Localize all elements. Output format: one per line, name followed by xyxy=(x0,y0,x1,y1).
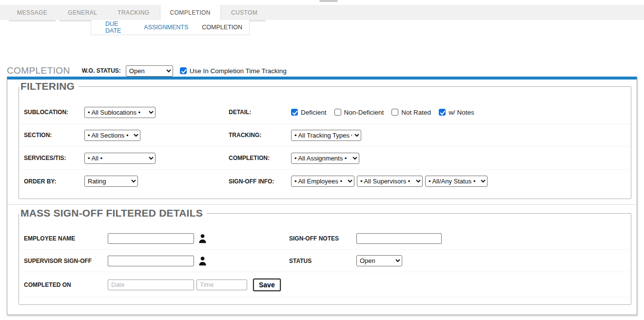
services-label: SERVICES/TIS: xyxy=(24,155,84,161)
filter-row-orderby: ORDER BY: Rating SIGN-OFF INFO: • All Em… xyxy=(20,170,630,193)
mass-signoff-section: MASS SIGN-OFF FILTERED DETAILS EMPLOYEE … xyxy=(19,207,631,305)
employee-name-label: EMPLOYEE NAME xyxy=(24,235,108,242)
detail-w-notes-label: w/ Notes xyxy=(449,109,474,116)
section-label: SECTION: xyxy=(24,132,84,139)
tab-message[interactable]: MESSAGE xyxy=(7,5,58,20)
tab-label: COMPLETION xyxy=(170,9,211,16)
person-icon xyxy=(198,234,207,243)
signoff-notes-input[interactable] xyxy=(356,233,442,244)
tab-label: GENERAL xyxy=(68,9,97,16)
accent-bar xyxy=(7,77,637,80)
completed-time-input[interactable] xyxy=(196,280,247,290)
tracking-select[interactable]: • All Tracking Types • xyxy=(291,130,361,141)
detail-deficient-checkbox[interactable] xyxy=(291,109,298,116)
detail-non-deficient-checkbox[interactable] xyxy=(334,109,341,116)
completion-assignments-select[interactable]: • All Assignments • xyxy=(291,153,359,164)
save-button[interactable]: Save xyxy=(253,279,281,291)
use-in-tracking-label: Use In Completion Time Tracking xyxy=(190,67,287,75)
person-icon xyxy=(198,256,207,266)
mass-signoff-legend: MASS SIGN-OFF FILTERED DETAILS xyxy=(19,207,207,219)
completion-panel: FILTERING SUBLOCATION: • All Sublocation… xyxy=(7,77,637,315)
detail-label: DETAIL: xyxy=(229,109,291,116)
top-strip xyxy=(0,0,644,5)
filter-row-sublocation: SUBLOCATION: • All Sublocations • DETAIL… xyxy=(20,101,630,124)
subtab-completion[interactable]: COMPLETION xyxy=(195,24,249,31)
tab-label: CUSTOM xyxy=(231,9,257,16)
supervisor-signoff-input[interactable] xyxy=(108,256,194,266)
main-tab-bar: MESSAGE GENERAL TRACKING COMPLETION CUST… xyxy=(0,5,644,20)
tab-completion[interactable]: COMPLETION xyxy=(160,5,221,20)
subtab-label: COMPLETION xyxy=(202,24,242,31)
sublocation-select[interactable]: • All Sublocations • xyxy=(84,107,156,118)
services-select[interactable]: • All • xyxy=(84,153,156,164)
signoff-status-select[interactable]: • All/Any Status • xyxy=(425,176,488,187)
mass-row-completed-on: COMPLETED ON Save xyxy=(20,272,630,298)
filter-row-section: SECTION: • All Sections • TRACKING: • Al… xyxy=(20,124,630,147)
supervisor-signoff-label: SUPERVISOR SIGN-OFF xyxy=(24,258,108,264)
subtab-assignments[interactable]: ASSIGNMENTS xyxy=(137,24,195,31)
detail-non-deficient-label: Non-Deficient xyxy=(344,109,384,116)
detail-not-rated-label: Not Rated xyxy=(401,109,431,116)
sublocation-label: SUBLOCATION: xyxy=(24,109,84,116)
subtab-label: DUE DATE xyxy=(105,20,121,34)
tracking-label: TRACKING: xyxy=(229,132,291,139)
tab-label: MESSAGE xyxy=(17,9,47,16)
subtab-label: ASSIGNMENTS xyxy=(144,24,188,31)
section-select[interactable]: • All Sections • xyxy=(84,130,140,141)
signoff-info-label: SIGN-OFF INFO: xyxy=(229,178,291,185)
orderby-label: ORDER BY: xyxy=(24,178,84,185)
detail-deficient-label: Deficient xyxy=(301,109,327,116)
use-in-tracking-checkbox[interactable] xyxy=(180,67,187,74)
section-divider xyxy=(8,204,636,205)
filter-row-services: SERVICES/TIS: • All • COMPLETION: • All … xyxy=(20,147,630,170)
sub-tab-bar: DUE DATE ASSIGNMENTS COMPLETION xyxy=(91,20,250,35)
page-title: COMPLETION xyxy=(7,65,70,76)
signoff-supervisors-select[interactable]: • All Supervisors • xyxy=(357,176,423,187)
detail-w-notes-checkbox[interactable] xyxy=(439,109,446,116)
status-label: STATUS xyxy=(289,258,356,264)
tab-label: TRACKING xyxy=(117,9,149,16)
mass-row-employee: EMPLOYEE NAME SIGN-OFF NOTES xyxy=(20,227,630,250)
completion-header: COMPLETION W.O. STATUS: Open Use In Comp… xyxy=(7,64,294,77)
employee-lookup-button[interactable] xyxy=(198,234,207,243)
employee-name-input[interactable] xyxy=(108,233,194,244)
subtab-due-date[interactable]: DUE DATE xyxy=(98,20,137,34)
tab-tracking[interactable]: TRACKING xyxy=(107,5,159,20)
supervisor-lookup-button[interactable] xyxy=(198,256,207,266)
detail-not-rated-checkbox[interactable] xyxy=(391,109,398,116)
completed-on-label: COMPLETED ON xyxy=(24,281,108,288)
tab-custom[interactable]: CUSTOM xyxy=(221,5,268,20)
signoff-employees-select[interactable]: • All Employees • xyxy=(291,176,354,187)
filtering-section: FILTERING SUBLOCATION: • All Sublocation… xyxy=(19,80,631,199)
filtering-legend: FILTERING xyxy=(19,80,78,92)
wo-status-select[interactable]: Open xyxy=(126,65,173,77)
completion-filter-label: COMPLETION: xyxy=(229,155,291,161)
mass-row-supervisor: SUPERVISOR SIGN-OFF STATUS Open xyxy=(20,250,630,272)
tab-general[interactable]: GENERAL xyxy=(58,5,107,20)
orderby-select[interactable]: Rating xyxy=(84,176,138,187)
signoff-notes-label: SIGN-OFF NOTES xyxy=(289,235,356,242)
completed-date-input[interactable] xyxy=(108,280,194,290)
status-select[interactable]: Open xyxy=(356,255,402,266)
drag-handle-icon xyxy=(319,0,338,2)
wo-status-label: W.O. STATUS: xyxy=(82,67,121,74)
